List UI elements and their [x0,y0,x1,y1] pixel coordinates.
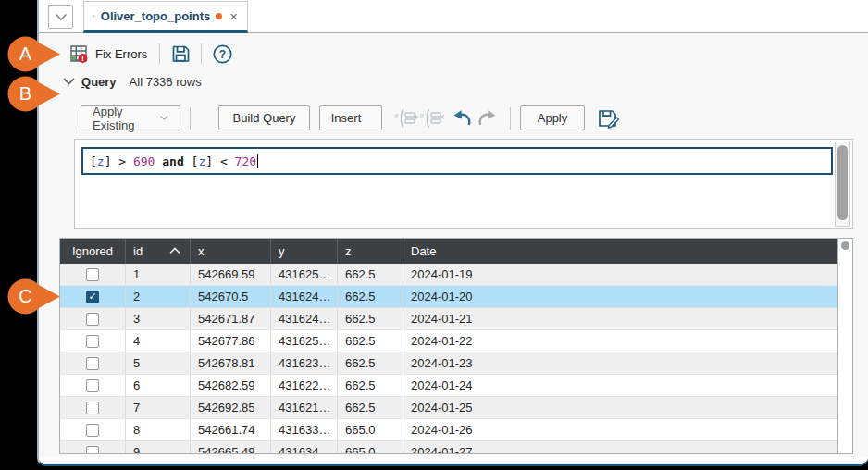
table-row[interactable]: 1542669.59431625…662.52024-01-19 [60,264,837,286]
table-row[interactable]: 3542671.87431624…662.52024-01-21 [60,308,837,330]
z-cell: 662.5 [338,397,403,419]
build-query-button[interactable]: Build Query [218,105,310,130]
ignored-cell [60,330,126,352]
tab-title: Oliver_topo_points [101,9,210,23]
id-cell: 3 [126,308,191,330]
query-expression-panel: [z] > 690 and [z] < 720 [74,139,853,229]
toolbar-separator [190,107,191,130]
id-cell: 7 [126,397,191,419]
screenshot-stage: Oliver_topo_points × ! Fix Errors [0,0,868,470]
id-cell: 8 [126,419,191,441]
table-row[interactable]: ✓2542670.5431624…662.52024-01-20 [60,286,837,308]
column-header-id[interactable]: id [126,239,191,264]
x-cell: 542678.81 [191,352,271,375]
save-query-button[interactable] [595,105,621,130]
toolbar-separator [201,43,202,64]
ignored-checkbox[interactable] [86,379,99,392]
column-header-y[interactable]: y [271,239,338,264]
query-panel-scrollbar[interactable] [835,142,850,227]
remove-if-row-button[interactable]: if [419,105,445,130]
insert-if-row-button[interactable]: if [393,105,419,130]
ignored-checkbox[interactable] [86,424,99,437]
y-cell: 431625… [271,330,338,352]
tab-close-icon[interactable]: × [228,7,240,25]
query-section-label[interactable]: Query [81,75,117,89]
expression-token: 720 [235,155,256,168]
date-cell: 2024-01-26 [403,419,837,441]
ignored-cell [60,375,126,397]
x-cell: 542671.87 [191,308,271,330]
x-cell: 542682.59 [191,375,271,397]
date-cell: 2024-01-20 [403,286,837,308]
z-cell: 662.5 [338,330,403,352]
tab-list-dropdown-button[interactable] [48,5,73,29]
query-section-header: Query All 7336 rows [63,73,202,90]
column-header-date[interactable]: Date [403,239,837,264]
save-edit-icon [597,107,620,130]
undo-button[interactable] [449,105,475,130]
y-cell: 431624… [271,308,338,330]
table-header-row: Ignored id x y z Date [60,239,837,264]
table-row[interactable]: 9542665.49431634…665.02024-01-27 [60,441,837,453]
ignored-checkbox[interactable] [86,313,99,326]
x-cell: 542677.86 [191,330,271,352]
query-expression-input[interactable]: [z] > 690 and [z] < 720 [81,147,833,175]
column-header-z[interactable]: z [338,239,403,264]
expression-token: and [155,155,191,168]
ignored-cell: ✓ [60,286,126,308]
svg-text:if: if [394,112,399,120]
row-count-label: All 7336 rows [130,75,202,89]
window-footer [39,457,868,464]
apply-button[interactable]: Apply [520,105,585,130]
ignored-checkbox[interactable]: ✓ [86,291,99,303]
table-row[interactable]: 4542677.86431625…662.52024-01-22 [60,330,837,352]
y-cell: 431621… [271,397,338,419]
query-toolbar: Apply Existing Build Query Insert if [81,105,621,130]
chevron-down-icon [55,13,68,21]
tab-oliver-topo-points[interactable]: Oliver_topo_points × [83,1,248,33]
fix-errors-button[interactable]: ! Fix Errors [65,42,151,66]
z-cell: 662.5 [338,286,403,308]
points-table-icon [93,7,95,24]
save-button[interactable] [168,42,192,66]
ignored-checkbox[interactable] [86,335,99,348]
expression-token: 690 [133,155,155,168]
svg-text:?: ? [219,48,226,61]
ignored-checkbox[interactable] [86,402,99,414]
table-row[interactable]: 5542678.81431623…662.52024-01-23 [60,352,837,375]
table-body: 1542669.59431625…662.52024-01-19✓2542670… [60,264,837,453]
ignored-checkbox[interactable] [86,268,99,281]
z-cell: 662.5 [338,308,403,330]
column-header-ignored[interactable]: Ignored [60,239,126,264]
y-cell: 431624… [271,286,338,308]
id-cell: 9 [126,441,191,453]
date-cell: 2024-01-25 [403,397,837,419]
column-header-x[interactable]: x [191,239,271,264]
table-scrollbar[interactable] [837,239,852,453]
svg-text:!: ! [81,54,84,63]
main-toolbar: ! Fix Errors ? [65,41,234,67]
table-row[interactable]: 6542682.59431622…662.52024-01-24 [60,375,837,397]
apply-existing-button[interactable]: Apply Existing [81,105,180,130]
y-cell: 431634… [271,441,338,453]
scrollbar-thumb[interactable] [837,145,848,220]
scrollbar-thumb[interactable] [841,241,849,250]
ignored-checkbox[interactable] [86,446,99,454]
svg-text:if: if [420,112,425,120]
ignored-cell [60,397,126,419]
ignored-cell [60,352,126,375]
query-expression: [z] > 690 and [z] < 720 [90,155,256,168]
table-row[interactable]: 8542661.74431633…665.02024-01-26 [60,419,837,441]
table-row[interactable]: 7542692.85431621…662.52024-01-25 [60,397,837,419]
ignored-checkbox[interactable] [86,357,99,370]
date-cell: 2024-01-22 [403,330,837,352]
x-cell: 542665.49 [191,441,271,453]
table-error-icon: ! [68,43,89,64]
help-button[interactable]: ? [210,42,234,66]
insert-dropdown-button[interactable]: Insert [319,105,382,130]
save-icon [170,43,192,65]
redo-button[interactable] [475,105,501,130]
collapse-chevron-icon[interactable] [63,78,75,85]
y-cell: 431623… [271,352,338,375]
remove-if-row-icon: if [420,107,444,130]
